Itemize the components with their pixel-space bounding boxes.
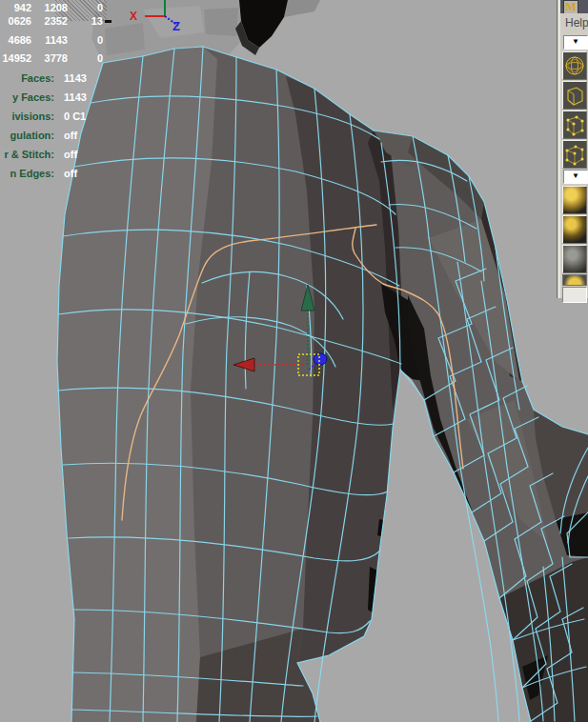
- hud-stat-label: gulation:: [0, 130, 54, 141]
- hud-stat-value: 0 C1: [64, 110, 86, 122]
- window-titlebar[interactable]: M: [560, 0, 588, 13]
- hud-stat-value: 1143: [64, 91, 87, 103]
- hud-count: 14952: [0, 52, 31, 64]
- lattice-cube-icon[interactable]: [562, 110, 587, 139]
- hud-stat-row: Faces: 1143: [0, 72, 152, 86]
- hud-count: 0626: [0, 15, 31, 27]
- cube-icon[interactable]: [562, 81, 587, 110]
- dropdown-arrow-icon-2[interactable]: ▼: [563, 170, 588, 184]
- hud-stat-row: y Faces: 1143: [0, 91, 152, 105]
- hud-stat-row: r & Stitch: off: [0, 149, 152, 162]
- hud-stat-value: off: [64, 168, 77, 179]
- manip-z-arrow[interactable]: [314, 353, 327, 365]
- partial-sphere-icon[interactable]: [562, 274, 587, 286]
- main-window-edge-inner: M Help ▼: [558, 0, 588, 298]
- hud-stat-row: gulation: off: [0, 130, 152, 143]
- hud-stat-label: ivisions:: [0, 110, 54, 122]
- hud-count-row: 0626 2352 13: [0, 15, 133, 28]
- hud-count: 0: [84, 2, 103, 13]
- hud-count: 3778: [40, 52, 68, 64]
- hud-stat-value: 1143: [64, 72, 87, 84]
- toolbar-column: ▼: [562, 34, 588, 303]
- maya-m-logo-icon[interactable]: M: [563, 0, 578, 14]
- main-window-edge: M Help ▼: [557, 0, 588, 298]
- flat-sphere-icon[interactable]: [562, 245, 587, 273]
- toolbar-sunken-box: [562, 287, 587, 303]
- hud-stat-label: r & Stitch:: [0, 149, 54, 160]
- shaded-sphere-icon-2[interactable]: [562, 215, 587, 244]
- hud-selection-dash: [105, 20, 112, 23]
- hud-count: 0: [84, 34, 103, 46]
- hud-count-row: 942 1208 0: [0, 2, 133, 14]
- hud-stat-label: Faces:: [0, 72, 54, 84]
- hud-count: 0: [84, 52, 103, 64]
- hud-stat-label: y Faces:: [0, 91, 54, 103]
- hud-stat-row: n Edges: off: [0, 168, 152, 181]
- hud-stat-row: ivisions: 0 C1: [0, 110, 152, 124]
- wireframe-sphere-icon[interactable]: [562, 51, 587, 80]
- hud-count: 13: [84, 15, 103, 27]
- hud-stat-value: off: [64, 149, 77, 160]
- maya-perspective-viewport[interactable]: X Z 942 1208 0 0626 2352 13 4686 1143 0 …: [0, 0, 588, 722]
- hud-count: 942: [0, 2, 31, 13]
- menu-help[interactable]: Help: [560, 13, 588, 32]
- axis-z-label: Z: [172, 19, 180, 33]
- lattice-cube-icon-2[interactable]: [562, 140, 587, 169]
- hud-count: 1143: [40, 34, 68, 46]
- hud-count-row: 14952 3778 0: [0, 52, 133, 65]
- hud-count: 1208: [40, 2, 68, 13]
- hud-count: 2352: [40, 15, 68, 27]
- dropdown-arrow-icon[interactable]: ▼: [563, 35, 588, 50]
- hud-count: 4686: [0, 34, 31, 46]
- shaded-sphere-icon[interactable]: [562, 186, 587, 214]
- viewport-3d-scene: X Z: [0, 0, 588, 722]
- hud-stat-value: off: [64, 130, 77, 141]
- hud-count-row: 4686 1143 0: [0, 34, 133, 47]
- hud-stat-label: n Edges:: [0, 168, 54, 179]
